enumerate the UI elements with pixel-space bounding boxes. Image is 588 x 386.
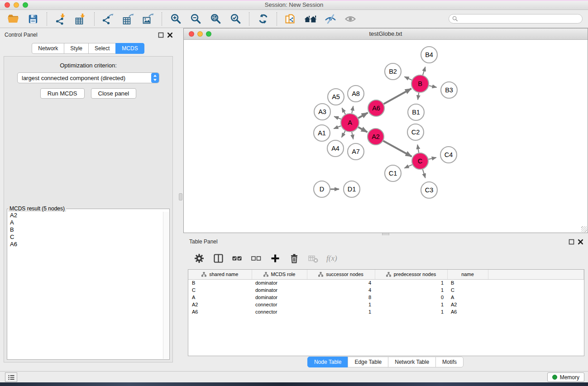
graph-edge-C-C4[interactable]: [429, 157, 436, 159]
graph-node-A5[interactable]: A5: [328, 89, 344, 105]
zoom-out-button[interactable]: [186, 11, 205, 27]
table-cell[interactable]: B: [447, 279, 488, 286]
table-cell[interactable]: A6: [447, 308, 488, 315]
import-network-button[interactable]: [51, 11, 70, 27]
graph-edge-A-A7[interactable]: [352, 132, 353, 139]
show-hidden-button[interactable]: [341, 11, 360, 27]
graph-edge-A6-B[interactable]: [384, 89, 411, 104]
graph-edge-A-A1[interactable]: [334, 126, 341, 129]
float-panel-icon[interactable]: [569, 239, 574, 245]
zoom-in-button[interactable]: [166, 11, 185, 27]
graph-node-B1[interactable]: B1: [408, 104, 424, 120]
tab-mcds[interactable]: MCDS: [115, 43, 144, 54]
graph-node-C1[interactable]: C1: [385, 165, 401, 181]
graph-node-A8[interactable]: A8: [348, 86, 364, 102]
table-settings-button[interactable]: [193, 253, 205, 264]
delete-table-button[interactable]: [307, 253, 319, 264]
table-cell[interactable]: 1: [307, 308, 375, 315]
table-header-row[interactable]: shared nameMCDS rolesuccessor nodesprede…: [188, 270, 584, 279]
graph-edge-B-B1[interactable]: [418, 93, 419, 100]
graph-node-D[interactable]: D: [314, 181, 330, 197]
export-network-button[interactable]: [99, 11, 118, 27]
network-window-titlebar[interactable]: testGlobe.txt: [184, 29, 588, 40]
search-input[interactable]: [460, 15, 579, 23]
table-row[interactable]: A2connector11A2: [188, 301, 584, 308]
table-row[interactable]: A6connector11A6: [188, 308, 584, 315]
network-maximize-button[interactable]: [206, 31, 211, 37]
optimization-criterion-select[interactable]: largest connected component (directed): [17, 72, 159, 83]
tab-network[interactable]: Network: [32, 43, 64, 54]
tab-style[interactable]: Style: [64, 43, 89, 54]
graph-edge-A-A8[interactable]: [352, 106, 353, 113]
add-column-button[interactable]: [269, 253, 281, 264]
column-header-name[interactable]: name: [447, 270, 488, 279]
table-cell[interactable]: C: [447, 286, 488, 294]
mcds-result-item[interactable]: B: [8, 226, 163, 234]
graph-node-B[interactable]: B: [411, 75, 429, 92]
table-cell[interactable]: 1: [375, 301, 447, 308]
table-row[interactable]: Bdominator41B: [188, 279, 584, 286]
table-cell[interactable]: A: [447, 294, 488, 301]
close-panel-button[interactable]: Close panel: [91, 88, 137, 99]
table-row[interactable]: Adominator80A: [188, 294, 584, 301]
refresh-layout-button[interactable]: [253, 11, 272, 27]
table-cell[interactable]: connector: [252, 308, 307, 315]
graph-node-A4[interactable]: A4: [327, 140, 344, 157]
network-close-button[interactable]: [189, 31, 194, 37]
graph-node-C[interactable]: C: [412, 153, 428, 169]
clone-network-button[interactable]: [281, 11, 300, 27]
mcds-result-item[interactable]: A2: [8, 212, 163, 219]
graph-edge-B-B4[interactable]: [423, 67, 425, 75]
graph-node-C3[interactable]: C3: [421, 182, 437, 198]
minimize-window-button[interactable]: [14, 2, 19, 8]
float-panel-icon[interactable]: [158, 32, 164, 38]
task-history-button[interactable]: [5, 372, 17, 382]
graph-edge-B-B3[interactable]: [429, 86, 437, 87]
table-cell[interactable]: 8: [307, 294, 375, 301]
open-session-button[interactable]: [4, 11, 23, 27]
mcds-result-item[interactable]: A: [8, 219, 163, 226]
export-image-button[interactable]: [139, 11, 158, 27]
network-graph[interactable]: AA1A2A3A4A5A6A7A8BB1B2B3B4CC1C2C3C4DD1: [184, 40, 588, 233]
export-table-button[interactable]: [119, 11, 138, 27]
table-cell[interactable]: dominator: [252, 286, 307, 294]
delete-column-button[interactable]: [288, 253, 300, 264]
table-cell[interactable]: 1: [375, 286, 447, 294]
search-field[interactable]: [449, 14, 583, 24]
network-minimize-button[interactable]: [197, 31, 203, 37]
table-cell[interactable]: B: [188, 279, 252, 286]
table-cell[interactable]: 0: [375, 294, 447, 301]
table-cell[interactable]: C: [188, 286, 252, 294]
graph-node-B3[interactable]: B3: [441, 82, 457, 98]
graph-node-A1[interactable]: A1: [314, 125, 330, 141]
table-cell[interactable]: 1: [307, 301, 375, 308]
column-header-successor-nodes[interactable]: successor nodes: [307, 270, 375, 279]
graph-node-A2[interactable]: A2: [368, 129, 384, 145]
graph-edge-B-B2[interactable]: [405, 77, 412, 80]
table-cell[interactable]: A2: [447, 301, 488, 308]
graph-edge-A-A5[interactable]: [342, 108, 345, 114]
apply-function-button[interactable]: f(x): [326, 254, 337, 263]
table-cell[interactable]: connector: [252, 301, 307, 308]
select-all-button[interactable]: [231, 253, 243, 264]
show-all-network-views-button[interactable]: [301, 11, 320, 27]
graph-node-C4[interactable]: C4: [440, 147, 457, 163]
tab-node-table[interactable]: Node Table: [307, 357, 349, 367]
table-cell[interactable]: A: [188, 294, 252, 301]
table-cell[interactable]: A6: [188, 308, 252, 315]
maximize-window-button[interactable]: [23, 2, 28, 8]
mcds-result-item[interactable]: C: [8, 234, 163, 241]
table-cell[interactable]: 4: [307, 279, 375, 286]
graph-edge-C-C3[interactable]: [423, 169, 425, 178]
network-window-resize-grip[interactable]: [581, 226, 587, 232]
column-header-MCDS-role[interactable]: MCDS role: [252, 270, 307, 279]
column-header-shared-name[interactable]: shared name: [188, 270, 252, 279]
graph-edge-A-A2[interactable]: [358, 127, 367, 132]
network-canvas[interactable]: AA1A2A3A4A5A6A7A8BB1B2B3B4CC1C2C3C4DD1: [184, 40, 588, 233]
mcds-result-list[interactable]: A2ABCA6: [8, 212, 163, 359]
panel-splitter-handle-vertical[interactable]: [179, 193, 182, 200]
deselect-all-button[interactable]: [250, 253, 262, 264]
table-cell[interactable]: dominator: [252, 294, 307, 301]
graph-edge-A-A3[interactable]: [334, 116, 341, 119]
close-panel-icon[interactable]: [167, 32, 173, 38]
